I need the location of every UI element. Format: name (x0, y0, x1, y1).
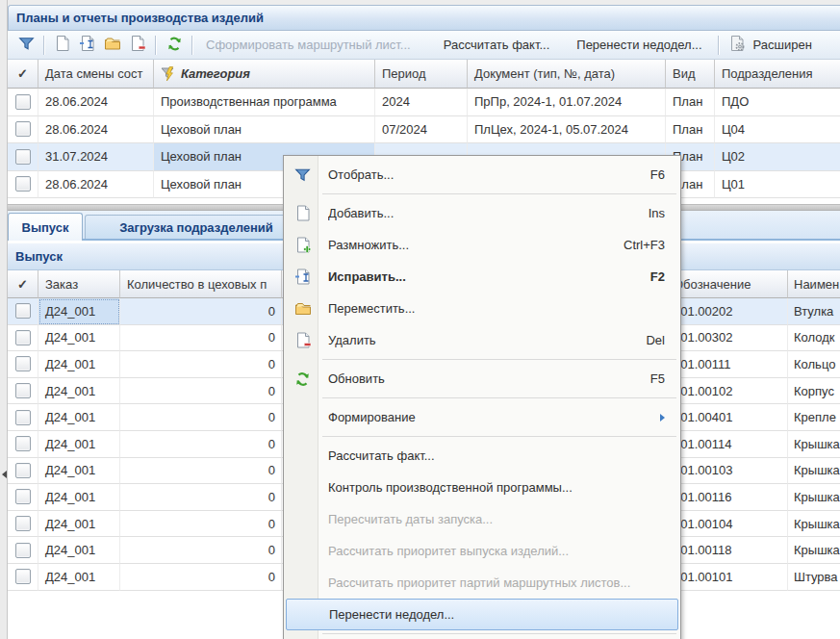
plans-grid-header: ✓ Дата смены сост Категория Период Докум… (8, 60, 840, 89)
column-header-order[interactable]: Заказ (38, 270, 120, 298)
splitter-collapse-button[interactable] (0, 464, 8, 485)
column-header-period[interactable]: Период (375, 60, 468, 89)
calc-fact-button[interactable]: Рассчитать факт... (444, 38, 550, 52)
row-checkbox[interactable] (15, 543, 31, 558)
table-row[interactable]: 28.06.2024 Цеховой план 07/2024 ПлЦех, 2… (8, 116, 840, 144)
column-header-date[interactable]: Дата смены сост (38, 60, 154, 89)
cell-name: Крепле (788, 404, 840, 431)
cell-order: Д24_001 (38, 537, 120, 564)
edit-button[interactable] (77, 35, 98, 56)
cell-name: Втулка (788, 298, 840, 325)
menu-item-program-control[interactable]: Контроль производственной программы... (286, 472, 678, 503)
tab-output[interactable]: Выпуск (8, 213, 83, 241)
row-checkbox[interactable] (15, 383, 31, 398)
extended-mode-button-icon-part[interactable] (726, 35, 748, 56)
app-window: Планы и отчеты производства изделий Сфор… (0, 0, 840, 639)
row-checkbox[interactable] (15, 436, 31, 451)
row-checkbox[interactable] (15, 176, 31, 192)
column-header-name[interactable]: Наимен (788, 270, 840, 298)
tab-load-departments[interactable]: Загрузка подразделений (85, 215, 308, 239)
menu-item-duplicate[interactable]: Размножить... Ctrl+F3 (286, 229, 678, 261)
toolbar-separator (191, 36, 193, 55)
column-header-departments[interactable]: Подразделения (715, 60, 840, 89)
column-header-designation[interactable]: Обозначение (668, 270, 788, 298)
cell-designation: 001.00111 (668, 351, 788, 378)
menu-item-edit[interactable]: Исправить... F2 (286, 261, 678, 293)
menu-item-delete[interactable]: Удалить Del (286, 324, 678, 356)
cell-designation: 001.00102 (668, 378, 788, 405)
row-checkbox[interactable] (15, 303, 31, 319)
add-button[interactable] (52, 35, 73, 56)
menu-item-priority-output: Рассчитать приоритет выпуска изделий... (286, 535, 678, 567)
cell-check (8, 89, 38, 116)
cell-document: ПлЦех, 2024-1, 05.07.2024 (468, 116, 666, 144)
row-checkbox[interactable] (15, 463, 31, 478)
menu-item-calc-fact[interactable]: Рассчитать факт... (286, 440, 678, 472)
cell-qty: 0 (120, 484, 282, 511)
delete-document-icon (129, 35, 146, 55)
row-checkbox[interactable] (15, 94, 31, 110)
cell-qty: 0 (120, 458, 282, 485)
refresh-icon (166, 36, 183, 55)
cell-period: 07/2024 (375, 116, 468, 144)
toolbar-separator (155, 36, 157, 55)
cell-name: Крышка (788, 537, 840, 564)
column-header-document[interactable]: Документ (тип, №, дата) (468, 60, 666, 89)
menu-item-filter[interactable]: Отобрать... F6 (286, 159, 678, 191)
extended-mode-button[interactable]: Расширен (753, 38, 812, 52)
page-title: Планы и отчеты производства изделий (16, 11, 264, 25)
cell-check (8, 116, 38, 144)
column-header-check[interactable]: ✓ (8, 270, 38, 298)
menu-separator (322, 397, 676, 398)
column-header-kind[interactable]: Вид (666, 60, 715, 89)
cell-check (8, 404, 38, 431)
cell-order: Д24_001 (38, 458, 120, 485)
row-checkbox[interactable] (15, 121, 31, 137)
move-shortfall-button[interactable]: Перенести недодел... (576, 38, 701, 52)
menu-item-move[interactable]: Переместить... (286, 293, 678, 324)
column-header-qty[interactable]: Количество в цеховых п (120, 270, 282, 298)
cell-check (8, 537, 38, 564)
menu-item-refresh[interactable]: Обновить F5 (286, 363, 678, 395)
cell-designation: 001.00116 (668, 484, 788, 511)
edit-document-icon (293, 268, 312, 286)
row-checkbox[interactable] (15, 569, 31, 584)
cell-name: Колодк (788, 325, 840, 352)
filter-icon (293, 166, 312, 184)
new-document-icon (54, 35, 71, 55)
toolbar: Сформировать маршрутный лист... Рассчита… (8, 31, 840, 60)
chevron-left-icon (2, 471, 7, 478)
row-checkbox[interactable] (15, 330, 31, 345)
cell-order: Д24_001 (38, 378, 120, 405)
left-splitter-strip[interactable] (0, 0, 8, 639)
row-checkbox[interactable] (15, 410, 31, 425)
delete-button[interactable] (127, 35, 148, 56)
window-titlebar: Планы и отчеты производства изделий (8, 5, 840, 31)
cell-designation: 001.00104 (668, 511, 788, 538)
row-checkbox[interactable] (15, 356, 31, 371)
cell-date: 28.06.2024 (38, 171, 154, 199)
menu-separator (322, 359, 676, 360)
cell-departments: Ц04 (715, 116, 840, 144)
menu-item-move-shortfall[interactable]: Перенести недодел... (286, 599, 678, 630)
cell-check (8, 143, 38, 171)
cell-name: Корпус (788, 378, 840, 405)
cell-designation: 001.00114 (668, 431, 788, 458)
table-row[interactable]: 28.06.2024 Производственная программа 20… (8, 89, 840, 116)
cell-check (8, 511, 38, 538)
filter-button[interactable] (15, 35, 37, 56)
row-checkbox[interactable] (15, 516, 31, 531)
move-button[interactable] (102, 35, 123, 56)
menu-item-add[interactable]: Добавить... Ins (286, 197, 678, 229)
cell-check (8, 298, 38, 325)
menu-item-forming[interactable]: Формирование (286, 401, 678, 433)
form-route-sheet-button: Сформировать маршрутный лист... (206, 38, 411, 52)
refresh-button[interactable] (164, 35, 185, 56)
cell-name: Крышка (788, 458, 840, 485)
row-checkbox[interactable] (15, 149, 31, 165)
toolbar-separator (43, 36, 45, 55)
column-header-check[interactable]: ✓ (8, 60, 38, 89)
delete-document-icon (293, 331, 312, 349)
row-checkbox[interactable] (15, 489, 31, 504)
column-header-category[interactable]: Категория (154, 60, 375, 89)
